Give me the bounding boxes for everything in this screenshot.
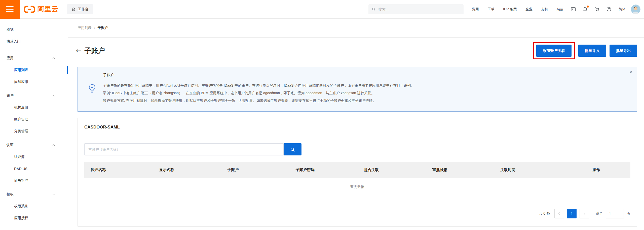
info-box-title: 子账户 xyxy=(103,71,619,79)
empty-state: 暂无数据 xyxy=(84,178,630,196)
sidebar-item-org-groups[interactable]: 机构及组 xyxy=(0,102,68,113)
breadcrumb-current: 子账户 xyxy=(98,26,108,30)
topbar-link-support[interactable]: 支持 xyxy=(541,7,548,12)
chevron-up-icon xyxy=(52,144,55,147)
info-box-line: 举例: IDaaS 中有主账户 张三（用户名 zhangsan），在企业的 BP… xyxy=(103,89,619,97)
page-body: 概览 快速入门 应用 应用列表 添加应用 账户 机构及组 账户管理 分类管理 认… xyxy=(0,19,644,230)
close-icon[interactable]: × xyxy=(629,70,632,75)
notification-dot xyxy=(587,6,589,8)
account-search-row xyxy=(84,143,630,155)
batch-export-button[interactable]: 批量导出 xyxy=(610,45,637,57)
topbar-link-app[interactable]: App xyxy=(557,7,563,11)
empty-state-text: 暂无数据 xyxy=(350,185,364,189)
chevron-up-icon xyxy=(52,57,55,60)
col-link-time: 关联时间 xyxy=(494,162,562,178)
sidebar-item-permission-system[interactable]: 权限系统 xyxy=(0,200,68,212)
col-account-name: 账户名称 xyxy=(84,162,153,178)
breadcrumb-separator: / xyxy=(94,26,95,30)
sidebar: 概览 快速入门 应用 应用列表 添加应用 账户 机构及组 账户管理 分类管理 认… xyxy=(0,19,68,230)
sidebar-item-app-list[interactable]: 应用列表 xyxy=(0,64,68,76)
topbar-links: 费用 工单 ICP 备案 企业 支持 App xyxy=(468,7,567,12)
workbench-label: 工作台 xyxy=(78,7,89,12)
search-icon xyxy=(372,7,376,11)
main-content: 应用列表 / 子账户 ← 子账户 添加账户关联 批量导入 批量导出 xyxy=(68,19,644,230)
aliyun-logo[interactable]: 阿里云 xyxy=(24,6,59,13)
col-approval-status: 审批状态 xyxy=(426,162,494,178)
chevron-left-icon xyxy=(557,212,561,215)
col-sub-account: 子账户 xyxy=(221,162,289,178)
sidebar-item-cert-mgmt[interactable]: 证书管理 xyxy=(0,175,68,186)
topbar-link-enterprise[interactable]: 企业 xyxy=(525,7,533,12)
back-arrow-icon[interactable]: ← xyxy=(76,47,82,54)
title-row: ← 子账户 添加账户关联 批量导入 批量导出 xyxy=(68,41,644,60)
chevron-up-icon xyxy=(52,94,55,97)
col-actions: 操作 xyxy=(562,162,630,178)
sidebar-group-authentication[interactable]: 认证 xyxy=(0,139,68,151)
language-switch[interactable]: 简体 xyxy=(619,7,626,12)
active-indicator xyxy=(67,66,68,74)
sidebar-group-authorization[interactable]: 授权 xyxy=(0,188,68,200)
home-icon xyxy=(71,7,76,11)
help-icon[interactable] xyxy=(606,7,612,12)
topbar-divider xyxy=(63,7,63,12)
topbar-link-billing[interactable]: 费用 xyxy=(472,7,479,12)
sidebar-item-app-authorization[interactable]: 应用授权 xyxy=(0,212,68,224)
topbar-link-tickets[interactable]: 工单 xyxy=(487,7,495,12)
cart-icon[interactable] xyxy=(594,7,600,12)
chevron-up-icon xyxy=(52,193,55,196)
sidebar-group-application[interactable]: 应用 xyxy=(0,52,68,64)
brand-name: 阿里云 xyxy=(37,6,59,13)
sidebar-divider xyxy=(0,49,68,49)
page-title-text: 子账户 xyxy=(85,46,105,55)
col-display-name: 显示名称 xyxy=(153,162,221,178)
panel-title: CASDOOR-SAML xyxy=(78,118,637,136)
pagination: 共 0 条 1 跳至 页 xyxy=(84,209,630,218)
sidebar-item-overview[interactable]: 概览 xyxy=(0,24,68,36)
account-search-button[interactable] xyxy=(284,143,301,155)
accounts-table: 账户名称 显示名称 子账户 子账户密码 是否关联 审批状态 关联时间 操作 xyxy=(84,162,630,196)
info-box: 子账户 子账户指的是在指定应用系统中，用户会以什么身份进行访问。主账户指的是 I… xyxy=(78,67,637,112)
col-sub-account-password: 子账户密码 xyxy=(289,162,357,178)
workbench-button[interactable]: 工作台 xyxy=(67,4,93,14)
user-avatar[interactable] xyxy=(631,5,640,14)
jump-page-input[interactable] xyxy=(606,209,624,218)
breadcrumb: 应用列表 / 子账户 xyxy=(68,19,644,38)
global-search-input[interactable] xyxy=(378,7,460,12)
sidebar-item-auth-source[interactable]: 认证源 xyxy=(0,151,68,163)
sidebar-group-account[interactable]: 账户 xyxy=(0,90,68,102)
pagination-total: 共 0 条 xyxy=(539,211,550,216)
account-search-input[interactable] xyxy=(84,143,284,155)
batch-import-button[interactable]: 批量导入 xyxy=(578,45,606,57)
next-page-button[interactable] xyxy=(580,209,589,218)
search-icon xyxy=(290,147,295,152)
col-is-linked: 是否关联 xyxy=(357,162,426,178)
global-search-box[interactable] xyxy=(368,4,464,14)
prev-page-button[interactable] xyxy=(554,209,564,218)
annotation-highlight-box: 添加账户关联 xyxy=(533,42,575,59)
sidebar-item-account-mgmt[interactable]: 账户管理 xyxy=(0,113,68,125)
sidebar-item-add-app[interactable]: 添加应用 xyxy=(0,76,68,88)
sidebar-item-quickstart[interactable]: 快速入门 xyxy=(0,36,68,47)
notifications-bell-icon[interactable] xyxy=(583,7,588,12)
lightbulb-icon xyxy=(88,84,96,95)
cloud-shell-icon[interactable] xyxy=(571,7,576,12)
topbar-link-icp[interactable]: ICP 备案 xyxy=(503,7,517,12)
page-title: ← 子账户 xyxy=(76,46,105,55)
sidebar-item-radius[interactable]: RADIUS xyxy=(0,163,68,175)
info-box-line: 子账户指的是在指定应用系统中，用户会以什么身份进行访问。主账户指的是 IDaaS… xyxy=(103,82,619,89)
topbar-icons xyxy=(567,7,615,12)
breadcrumb-app-list[interactable]: 应用列表 xyxy=(78,26,92,30)
table-header-row: 账户名称 显示名称 子账户 子账户密码 是否关联 审批状态 关联时间 操作 xyxy=(84,162,630,178)
page-unit-label: 页 xyxy=(627,211,630,216)
sub-account-panel: CASDOOR-SAML 账户名称 显示名称 xyxy=(78,118,637,227)
header-actions: 添加账户关联 批量导入 批量导出 xyxy=(533,42,637,59)
topbar: 阿里云 工作台 费用 工单 ICP 备案 企业 支持 App xyxy=(0,0,644,19)
console-page: 阿里云 工作台 费用 工单 ICP 备案 企业 支持 App xyxy=(0,0,644,230)
chevron-right-icon xyxy=(583,212,586,215)
add-account-link-button[interactable]: 添加账户关联 xyxy=(536,45,572,57)
jump-to-label: 跳至 xyxy=(596,211,603,216)
aliyun-logo-icon xyxy=(24,6,35,13)
current-page-button[interactable]: 1 xyxy=(567,209,577,218)
sidebar-item-category-mgmt[interactable]: 分类管理 xyxy=(0,125,68,137)
hamburger-menu-button[interactable] xyxy=(0,0,20,19)
